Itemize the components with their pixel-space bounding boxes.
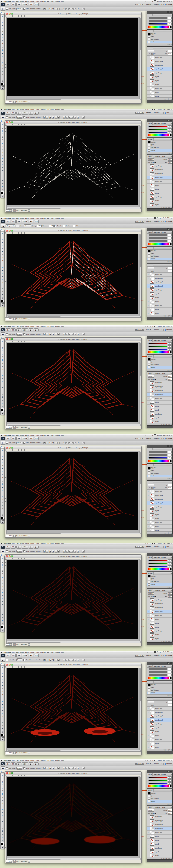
layer-visibility-toggle[interactable] <box>147 203 149 206</box>
arrange-documents-button[interactable]: ▣▾ <box>29 763 33 765</box>
layer-visibility-toggle[interactable]: ● <box>147 726 149 730</box>
lock-position-icon[interactable]: ✛ <box>154 379 155 380</box>
tab-swatches[interactable]: SWATCHES <box>153 448 161 450</box>
menu-3d[interactable]: 3D <box>47 543 49 545</box>
menu-file[interactable]: File <box>12 217 15 219</box>
history-state-row[interactable]: Open <box>147 144 172 146</box>
menu-edit[interactable]: Edit <box>16 434 19 436</box>
adjustment-layer-icon[interactable]: ◐ <box>166 315 167 316</box>
minimize-button[interactable] <box>9 13 10 14</box>
lock-transparency-icon[interactable]: ▨ <box>151 487 152 489</box>
layer-visibility-toggle[interactable]: ● <box>147 823 149 827</box>
eyedropper-tool[interactable]: ✐ <box>1 572 4 576</box>
arrange-documents-button[interactable]: ▣▾ <box>29 112 33 115</box>
distribute-vertical-centers-icon[interactable]: ▥ <box>65 7 68 10</box>
blur-tool[interactable]: ◉ <box>1 594 4 597</box>
bluetooth-icon[interactable]: ᛒ <box>149 326 149 327</box>
menu-bar-clock[interactable]: Sat 7:09 AM <box>163 326 170 327</box>
workspace-painting[interactable]: PAINTING <box>153 112 161 114</box>
history-state-row[interactable]: Load Selection <box>147 472 172 474</box>
3d-orbit-tool[interactable]: ⊚ <box>1 73 4 76</box>
tab-paths[interactable]: PATHS <box>161 589 167 592</box>
layers-panel-menu-icon[interactable]: ▾≡ <box>170 372 172 375</box>
layer-visibility-toggle[interactable]: ● <box>147 405 149 408</box>
color-spectrum-bar[interactable] <box>148 460 172 462</box>
workspace-painting[interactable]: PAINTING <box>153 221 161 222</box>
new-layer-icon[interactable]: ⊞ <box>170 641 171 642</box>
layer-fill-field[interactable]: 100% <box>168 704 172 706</box>
new-document-from-state-icon[interactable]: ▣ <box>168 44 169 45</box>
channel-b-value[interactable]: 0 <box>168 674 172 676</box>
zoom-tool[interactable]: ◎ <box>1 296 4 299</box>
align-left-edges-icon[interactable]: ▜ <box>52 116 54 119</box>
zoom-button[interactable] <box>11 555 13 557</box>
align-vertical-centers-icon[interactable]: ▌ <box>46 116 48 119</box>
collapse-panels-button[interactable]: ◂◂ <box>167 771 170 772</box>
wifi-icon[interactable]: ◠ <box>150 1 151 2</box>
layer-visibility-toggle[interactable]: ● <box>147 408 149 412</box>
screen-mode-button[interactable]: ⬓▾ <box>34 763 39 765</box>
menu-edit[interactable]: Edit <box>16 543 19 545</box>
layer-row[interactable]: ●Layer 6 copy 3 <box>147 714 172 718</box>
history-state-row[interactable]: Load Selection <box>147 255 172 258</box>
lock-transparency-icon[interactable]: ▨ <box>151 53 152 55</box>
close-button[interactable] <box>6 555 8 557</box>
blend-mode-select[interactable]: Normal▾ <box>148 375 154 377</box>
menu-filter[interactable]: Filter <box>36 0 39 2</box>
layer-visibility-toggle[interactable] <box>147 71 149 75</box>
layer-visibility-toggle[interactable]: ● <box>147 602 149 606</box>
layer-visibility-toggle[interactable]: ● <box>147 493 149 497</box>
history-state-row[interactable]: Deselect <box>147 40 172 43</box>
channel-r-slider[interactable] <box>149 17 167 19</box>
brush-tool[interactable]: ✎ <box>1 36 4 39</box>
layer-visibility-toggle[interactable] <box>147 91 149 94</box>
wifi-icon[interactable]: ◠ <box>150 760 151 761</box>
layer-row[interactable]: Layer 2 copy <box>147 87 172 91</box>
bluetooth-icon[interactable]: ᛒ <box>149 435 149 436</box>
layer-row[interactable]: ●Layer 1 <box>147 854 172 857</box>
align-right-edges-icon[interactable]: ▟ <box>57 7 60 10</box>
channel-r-value[interactable]: 0 <box>168 17 172 19</box>
color-panel-menu-icon[interactable]: ▾≡ <box>170 122 172 125</box>
close-button[interactable] <box>6 13 8 14</box>
layer-fill-field[interactable]: 100% <box>168 378 172 380</box>
dock-menu-button[interactable]: ≡ <box>170 11 172 13</box>
menu-3d[interactable]: 3D <box>47 217 49 219</box>
layer-visibility-toggle[interactable]: ● <box>147 389 149 393</box>
layer-visibility-toggle[interactable]: ● <box>147 501 149 505</box>
new-layer-icon[interactable]: ⊞ <box>170 532 171 534</box>
dock-menu-button[interactable]: ≡ <box>170 662 172 664</box>
menu-edit[interactable]: Edit <box>16 651 19 653</box>
layer-row[interactable]: ●Layer 6 <box>147 730 172 734</box>
dock-menu-button[interactable]: ≡ <box>170 445 172 447</box>
gradient-tool[interactable]: ◧ <box>1 591 4 594</box>
cs-live-button[interactable]: CS Live▾ <box>163 763 172 765</box>
volume-icon[interactable]: ◄ <box>152 326 153 327</box>
layer-visibility-toggle[interactable]: ● <box>147 621 149 625</box>
align-right-edges-icon[interactable]: ▟ <box>57 441 60 444</box>
menu-view[interactable]: View <box>50 0 53 2</box>
zoom-level-button[interactable]: 100%▾ <box>22 763 28 765</box>
lock-all-icon[interactable]: ■ <box>155 270 156 272</box>
menu-view[interactable]: View <box>50 543 53 545</box>
rectangular-marquee-tool[interactable]: ▢ <box>1 669 4 672</box>
pen-tool[interactable]: ✒ <box>1 709 4 712</box>
hand-tool[interactable]: ☛ <box>1 293 4 296</box>
layer-row[interactable]: ●Layer 6 copy 2 <box>147 501 172 505</box>
tab-color[interactable]: COLOR <box>147 122 153 125</box>
lock-transparency-icon[interactable]: ▨ <box>151 596 152 597</box>
layer-row[interactable]: ●Layer 8 <box>147 618 172 621</box>
history-panel-menu-icon[interactable]: ▾≡ <box>170 681 172 683</box>
layer-row[interactable]: Layer 1 <box>147 95 172 97</box>
lock-all-icon[interactable]: ■ <box>155 704 156 706</box>
menu-analysis[interactable]: Analysis <box>40 760 46 761</box>
close-button[interactable] <box>6 664 8 666</box>
layer-mask-icon[interactable]: ▣ <box>164 749 166 750</box>
launch-bridge-button[interactable]: Br <box>6 437 10 440</box>
channel-g-slider[interactable] <box>149 20 167 22</box>
distribute-top-edges-icon[interactable]: ▤ <box>63 116 65 119</box>
cs-live-button[interactable]: CS Live▾ <box>163 329 172 331</box>
new-document-from-state-icon[interactable]: ▣ <box>168 261 169 262</box>
auto-select-group-select[interactable]: Group▾ <box>17 333 23 336</box>
align-top-edges-icon[interactable]: ▛ <box>43 659 46 661</box>
